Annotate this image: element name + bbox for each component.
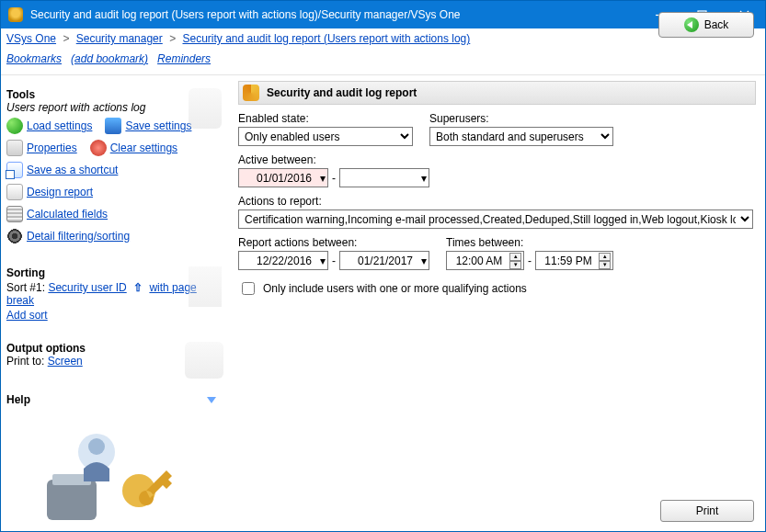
clear-settings-link[interactable]: Clear settings [110,141,177,154]
save-icon [105,118,121,134]
print-button-label: Print [696,504,719,517]
time-from-field[interactable]: ▴▾ [446,251,524,270]
save-shortcut-link[interactable]: Save as a shortcut [27,164,118,176]
report-between-label: Report actions between: [238,236,429,249]
load-settings-link[interactable]: Load settings [27,119,92,132]
print-to-link[interactable]: Screen [48,355,83,368]
design-report-link[interactable]: Design report [27,186,93,198]
bookmark-bar: Bookmarks (add bookmark) Reminders [1,49,765,74]
calc-icon [6,206,23,222]
report-from-input[interactable] [252,254,316,268]
app-icon [8,7,23,22]
breadcrumb: VSys One > Security manager > Security a… [1,28,765,49]
title-bar[interactable]: Security and audit log report (Users rep… [1,1,765,28]
report-to-date[interactable]: ▾ [339,251,429,270]
sort-field-link[interactable]: Security user ID [48,281,126,294]
print-to-label: Print to: [6,355,44,368]
add-sort-link[interactable]: Add sort [6,309,48,322]
shortcut-icon [6,162,23,178]
print-button[interactable]: Print [660,500,754,522]
only-include-label: Only include users with one or more qual… [263,282,527,295]
enabled-state-select[interactable]: Only enabled users [238,127,413,146]
security-illustration [43,415,172,526]
reminders-link[interactable]: Reminders [157,52,211,65]
content-area: Tools Users report with actions log Load… [1,74,765,531]
dropdown-icon[interactable]: ▾ [421,255,427,267]
time-from-input[interactable] [452,254,506,268]
enabled-state-label: Enabled state: [238,112,413,125]
time-spinner[interactable]: ▴▾ [599,253,611,269]
superusers-select[interactable]: Both standard and superusers [429,127,613,146]
report-title: Security and audit log report [267,86,417,99]
range-dash: - [332,172,336,185]
only-include-checkbox[interactable] [242,282,255,295]
breadcrumb-sep: > [63,32,69,45]
report-to-input[interactable] [353,254,417,268]
superusers-label: Superusers: [429,112,613,125]
back-button-label: Back [704,18,729,31]
active-between-label: Active between: [238,153,756,166]
bookmarks-link[interactable]: Bookmarks [6,52,62,65]
time-spinner[interactable]: ▴▾ [509,253,521,269]
range-dash: - [528,255,532,267]
right-panel: Security and audit log report Enabled st… [229,75,765,531]
load-icon [6,118,23,134]
dropdown-icon[interactable]: ▾ [320,255,326,267]
properties-link[interactable]: Properties [27,141,77,154]
filter-icon [6,228,23,244]
breadcrumb-link[interactable]: Security and audit log report (Users rep… [182,32,470,45]
clipboard-icon [189,88,222,129]
times-between-label: Times between: [446,236,613,249]
actions-to-report-label: Actions to report: [238,195,756,208]
only-include-row[interactable]: Only include users with one or more qual… [238,279,756,298]
back-button[interactable]: Back [658,12,754,38]
dropdown-icon[interactable]: ▾ [421,172,427,185]
window-title: Security and audit log report (Users rep… [30,8,638,21]
breadcrumb-link[interactable]: Security manager [76,32,163,45]
calendar-icon [189,266,222,307]
active-to-date[interactable]: ▾ [339,168,429,187]
report-header: Security and audit log report [238,81,756,105]
range-dash: - [332,255,336,267]
app-window: Security and audit log report (Users rep… [0,0,766,532]
report-from-date[interactable]: ▾ [238,251,328,270]
detail-filter-link[interactable]: Detail filtering/sorting [27,230,130,243]
report-icon [243,85,259,101]
svg-point-4 [88,438,105,455]
active-from-date[interactable]: ▾ [238,168,328,187]
left-panel: Tools Users report with actions log Load… [1,75,229,531]
breadcrumb-sep: > [169,32,176,45]
svg-rect-1 [47,480,97,520]
actions-to-report-select[interactable]: Certification warning,Incoming e-mail pr… [238,209,753,229]
active-from-input[interactable] [252,171,316,186]
back-arrow-icon [684,17,699,32]
clear-icon [90,140,107,156]
design-icon [6,184,23,200]
breadcrumb-link[interactable]: VSys One [6,32,56,45]
active-to-input[interactable] [353,171,417,186]
time-to-input[interactable] [542,254,595,268]
chevron-down-icon[interactable] [207,397,216,403]
add-bookmark-link[interactable]: (add bookmark) [71,52,148,65]
sort-label: Sort #1: [6,281,45,294]
properties-icon [6,140,23,156]
sort-asc-icon[interactable]: ⇧ [133,281,143,294]
calculated-fields-link[interactable]: Calculated fields [27,208,108,221]
save-settings-link[interactable]: Save settings [125,119,191,132]
printer-icon [185,342,223,379]
time-to-field[interactable]: ▴▾ [535,251,613,270]
dropdown-icon[interactable]: ▾ [320,172,326,185]
help-heading[interactable]: Help [6,393,30,406]
